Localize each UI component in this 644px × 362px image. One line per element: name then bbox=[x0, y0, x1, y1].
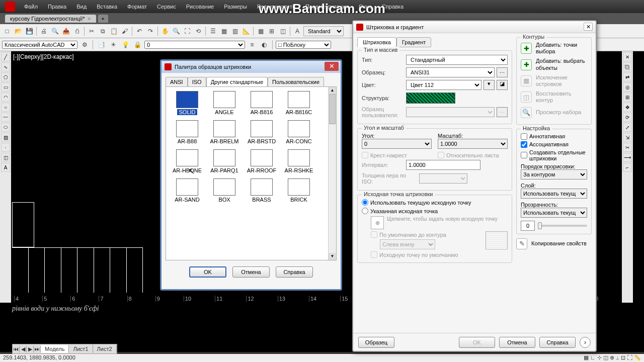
new-icon[interactable]: □ bbox=[2, 26, 12, 36]
calc-icon[interactable]: 📐 bbox=[241, 26, 251, 36]
add-points-button[interactable]: ✚Добавить: точки выбора bbox=[521, 42, 587, 55]
props-icon[interactable]: ☰ bbox=[208, 26, 218, 36]
hatch-swatch[interactable]: AR-CONC bbox=[282, 120, 316, 144]
type-select[interactable]: Стандартный bbox=[406, 55, 508, 65]
menu-Параметризация[interactable]: Параметризация bbox=[300, 2, 354, 12]
arc-icon[interactable]: ◠ bbox=[1, 93, 10, 102]
rotate-icon[interactable]: ⟳ bbox=[623, 113, 632, 122]
document-tab[interactable]: курсову Гідроелектростанції* ✕ bbox=[5, 15, 96, 23]
text-icon[interactable]: A bbox=[292, 26, 302, 36]
circle-icon[interactable]: ○ bbox=[1, 103, 10, 112]
menu-Размеры[interactable]: Размеры bbox=[219, 2, 252, 12]
move-icon[interactable]: ✥ bbox=[623, 103, 632, 112]
rect-icon[interactable]: ▭ bbox=[1, 82, 10, 92]
region-icon[interactable]: ◫ bbox=[1, 153, 10, 162]
menu-Вставка[interactable]: Вставка bbox=[92, 2, 122, 12]
publish-icon[interactable]: 📤 bbox=[61, 26, 71, 36]
help-button[interactable]: Справка bbox=[539, 337, 576, 348]
menu-Вид[interactable]: Вид bbox=[71, 2, 92, 12]
menu-Редактировать[interactable]: Редактировать bbox=[252, 2, 300, 12]
color-none-button[interactable]: ◪ bbox=[497, 80, 508, 90]
close-icon[interactable]: ✕ bbox=[87, 16, 91, 22]
menu-Справка[interactable]: Справка bbox=[377, 2, 409, 12]
browse-pattern-button[interactable]: … bbox=[497, 67, 508, 77]
zoom-icon[interactable]: 🔍 bbox=[171, 26, 181, 36]
cancel-button[interactable]: Отмена bbox=[499, 337, 535, 348]
interval-input[interactable] bbox=[406, 160, 480, 170]
polygon-icon[interactable]: ⬠ bbox=[1, 72, 10, 81]
hatch-swatch[interactable]: AR-BRSTD bbox=[245, 120, 279, 144]
mirror-icon[interactable]: ⇄ bbox=[623, 72, 632, 81]
palette-tab[interactable]: Другие стандартные bbox=[206, 77, 268, 86]
bulb-icon[interactable]: 💡 bbox=[120, 40, 130, 50]
palette-tab[interactable]: Пользовательские bbox=[268, 77, 324, 86]
layer-select[interactable]: Использовать текущ bbox=[521, 189, 587, 199]
app-logo-icon[interactable] bbox=[5, 2, 15, 12]
hatch-swatch[interactable]: AR-PARQ1 bbox=[207, 149, 242, 173]
gear-icon[interactable]: ⚙ bbox=[79, 40, 90, 50]
ok-button[interactable]: OK bbox=[189, 266, 226, 278]
palette-tab[interactable]: ANSI bbox=[166, 77, 188, 86]
copy-tool-icon[interactable]: ⿻ bbox=[623, 62, 632, 71]
ok-button[interactable]: OK bbox=[459, 337, 495, 348]
grid-icon[interactable]: ⊞ bbox=[267, 26, 277, 36]
ellipse-icon[interactable]: ⬭ bbox=[1, 123, 10, 132]
layout-tab-1[interactable]: Лист1 bbox=[69, 345, 93, 353]
open-icon[interactable]: 📂 bbox=[13, 26, 23, 36]
inherit-props-button[interactable]: ✎ Копирование свойств bbox=[516, 238, 592, 249]
palette-tab[interactable]: ISO bbox=[188, 77, 206, 86]
transparency-slider[interactable] bbox=[538, 225, 587, 227]
offset-icon[interactable]: ◎ bbox=[623, 82, 632, 92]
match-icon[interactable]: 🖌 bbox=[120, 26, 130, 36]
hatch-swatch[interactable]: AR-RROOF bbox=[245, 149, 279, 173]
redo-icon[interactable]: ↷ bbox=[145, 26, 155, 36]
tab-nav-arrows[interactable]: ⏮◀▶⏭ bbox=[13, 346, 41, 352]
hatch-swatch[interactable]: AR-B816C bbox=[282, 91, 316, 115]
preview-button[interactable]: Образец bbox=[358, 337, 394, 348]
color-select[interactable]: Цвет 112 bbox=[406, 80, 481, 90]
palette-titlebar[interactable]: Палитра образцов штриховки ✕ bbox=[162, 61, 341, 73]
fillet-icon[interactable]: ⌐ bbox=[623, 163, 632, 172]
menu-Окно[interactable]: Окно bbox=[354, 2, 377, 12]
hatch-swatch[interactable]: BRASS bbox=[245, 178, 279, 203]
menu-Файл[interactable]: Файл bbox=[19, 2, 43, 12]
scrollbar[interactable]: ▲ ▼ bbox=[328, 87, 336, 260]
draw-order-select[interactable]: За контуром bbox=[521, 169, 587, 179]
lock-icon[interactable]: 🔒 bbox=[132, 40, 142, 50]
palette-icon[interactable]: ▥ bbox=[230, 26, 240, 36]
hatch-swatch[interactable]: AR-HBONE↖ bbox=[170, 149, 204, 173]
expand-icon[interactable]: › bbox=[580, 337, 591, 348]
pattern-select[interactable]: ANSI31 bbox=[406, 67, 495, 77]
structure-preview[interactable] bbox=[406, 93, 455, 104]
sheets-icon[interactable]: ▦ bbox=[219, 26, 229, 36]
layer-props-icon[interactable]: 📑 bbox=[96, 40, 106, 50]
layout-tab-2[interactable]: Лист2 bbox=[93, 345, 117, 353]
preview-icon[interactable]: 🔍 bbox=[50, 26, 60, 36]
hatch-swatch[interactable]: ANGLE bbox=[207, 91, 242, 115]
menu-Рисование[interactable]: Рисование bbox=[181, 2, 219, 12]
pan-icon[interactable]: ✋ bbox=[160, 26, 170, 36]
add-objects-button[interactable]: ✚Добавить: выбрать объекты bbox=[521, 58, 587, 71]
tab-gradient[interactable]: Градиент bbox=[396, 37, 431, 47]
plot-icon[interactable]: ⎙ bbox=[72, 26, 82, 36]
transparency-select[interactable]: Использовать текущ bbox=[521, 208, 587, 218]
menu-Правка[interactable]: Правка bbox=[43, 2, 71, 12]
cancel-button[interactable]: Отмена bbox=[232, 266, 270, 278]
zoom-prev-icon[interactable]: ⟲ bbox=[193, 26, 203, 36]
origin-current-radio[interactable] bbox=[362, 199, 368, 206]
close-icon[interactable]: ✕ bbox=[325, 62, 339, 71]
save-icon[interactable]: 💾 bbox=[24, 26, 34, 36]
close-icon[interactable]: ✕ bbox=[584, 23, 593, 31]
block-icon[interactable]: ◫ bbox=[278, 26, 288, 36]
table-icon[interactable]: ▦ bbox=[256, 26, 266, 36]
paste-icon[interactable]: 📋 bbox=[109, 26, 119, 36]
zoom-win-icon[interactable]: ⛶ bbox=[182, 26, 192, 36]
help-button[interactable]: Справка bbox=[276, 266, 313, 278]
pline-icon[interactable]: ∿ bbox=[1, 62, 10, 71]
spline-icon[interactable]: 〰 bbox=[1, 113, 10, 122]
hatch-swatch[interactable]: SOLID bbox=[170, 91, 204, 115]
menu-Сервис[interactable]: Сервис bbox=[152, 2, 181, 12]
new-tab-button[interactable]: + bbox=[98, 15, 108, 23]
point-icon[interactable]: · bbox=[1, 143, 10, 152]
sun-icon[interactable]: ☀ bbox=[108, 40, 118, 50]
